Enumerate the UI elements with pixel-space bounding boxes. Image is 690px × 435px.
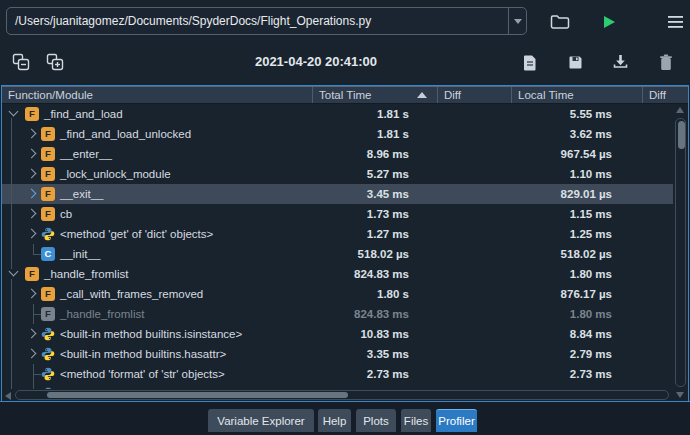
function-name: cb xyxy=(60,204,72,224)
script-path-value: /Users/juanitagomez/Documents/SpyderDocs… xyxy=(7,14,508,28)
column-header-total-time[interactable]: Total Time xyxy=(313,87,438,103)
function-icon: F xyxy=(41,287,55,301)
chevron-right-icon[interactable] xyxy=(27,129,37,139)
vertical-scrollbar[interactable] xyxy=(673,104,688,389)
chevron-right-icon[interactable] xyxy=(27,329,37,339)
tab-profiler[interactable]: Profiler xyxy=(436,409,477,432)
scroll-up-arrow-icon[interactable] xyxy=(676,107,684,113)
horizontal-scrollbar-track[interactable] xyxy=(15,390,669,400)
profiler-results-pane: Function/ModuleTotal TimeDiffLocal TimeD… xyxy=(1,85,689,402)
chevron-right-icon[interactable] xyxy=(27,229,37,239)
save-icon xyxy=(568,55,583,70)
profiler-tree: F_find_and_load1.81 s5.55 msF_find_and_l… xyxy=(2,104,673,389)
function-icon: F xyxy=(41,127,55,141)
total-time-value: 824.83 ms xyxy=(303,304,409,324)
download-icon xyxy=(613,54,628,70)
total-time-value: 8.96 ms xyxy=(303,144,409,164)
chevron-right-icon[interactable] xyxy=(27,149,37,159)
chevron-right-icon[interactable] xyxy=(27,209,37,219)
table-row[interactable]: F_call_with_frames_removed1.80 s876.17 µ… xyxy=(2,284,673,304)
table-row[interactable]: <built-in method builtins.isinstance>10.… xyxy=(2,324,673,344)
column-header-diff[interactable]: Diff xyxy=(643,87,688,103)
function-name: <method 'get' of 'dict' objects> xyxy=(60,224,213,244)
total-time-value: 1.27 ms xyxy=(303,224,409,244)
table-row[interactable]: F__enter__8.96 ms967.54 µs xyxy=(2,144,673,164)
clear-button[interactable] xyxy=(653,49,679,75)
chevron-right-icon[interactable] xyxy=(27,189,37,199)
function-icon: F xyxy=(41,187,55,201)
local-time-value: 876.17 µs xyxy=(502,284,612,304)
tab-plots[interactable]: Plots xyxy=(356,409,396,432)
function-icon: F xyxy=(41,147,55,161)
output-file-button[interactable] xyxy=(517,49,543,75)
scroll-down-arrow-icon[interactable] xyxy=(676,392,684,398)
function-icon: F xyxy=(41,307,55,321)
chevron-right-icon[interactable] xyxy=(27,169,37,179)
table-row[interactable]: Fcb1.73 ms1.15 ms xyxy=(2,204,673,224)
tree-branch-line xyxy=(33,314,41,315)
chevron-down-icon[interactable] xyxy=(9,267,19,277)
expand-all-icon xyxy=(46,53,64,71)
column-header-local-time[interactable]: Local Time xyxy=(512,87,643,103)
total-time-value: 824.83 ms xyxy=(303,264,409,284)
vertical-scrollbar-thumb[interactable] xyxy=(678,121,685,149)
expand-all-button[interactable] xyxy=(42,49,68,75)
python-icon xyxy=(41,367,55,381)
table-row[interactable]: F_lock_unlock_module5.27 ms1.10 ms xyxy=(2,164,673,184)
total-time-value: 5.27 ms xyxy=(303,164,409,184)
local-time-value: 2.79 ms xyxy=(502,344,612,364)
run-profiler-button[interactable] xyxy=(596,9,622,35)
tab-help[interactable]: Help xyxy=(318,409,351,432)
column-header-label: Function/Module xyxy=(8,89,93,101)
table-row[interactable]: F_handle_fromlist824.83 ms1.80 ms xyxy=(2,264,673,284)
table-row[interactable]: <method 'format' of 'str' objects>2.73 m… xyxy=(2,364,673,384)
tree-guide-line xyxy=(11,164,12,184)
scroll-left-arrow-icon[interactable] xyxy=(5,392,11,400)
browse-file-button[interactable] xyxy=(547,9,573,35)
collapse-all-button[interactable] xyxy=(8,49,34,75)
hamburger-menu-icon xyxy=(668,16,683,28)
column-header-label: Diff xyxy=(444,89,461,101)
chevron-right-icon[interactable] xyxy=(27,289,37,299)
function-name: <built-in method builtins.hasattr> xyxy=(60,344,226,364)
column-header-label: Total Time xyxy=(319,89,371,101)
document-icon xyxy=(523,54,537,71)
function-icon: F xyxy=(25,107,39,121)
table-row[interactable]: F_find_and_load1.81 s5.55 ms xyxy=(2,104,673,124)
function-name: _handle_fromlist xyxy=(44,264,128,284)
table-row[interactable]: F__exit__3.45 ms829.01 µs xyxy=(2,184,673,204)
tab-variable-explorer[interactable]: Variable Explorer xyxy=(208,409,314,432)
local-time-value: 1.25 ms xyxy=(502,224,612,244)
bottom-tab-bar: Variable ExplorerHelpPlotsFilesProfiler xyxy=(0,401,690,435)
total-time-value: 3.35 ms xyxy=(303,344,409,364)
column-header-diff[interactable]: Diff xyxy=(438,87,512,103)
table-row[interactable]: <built-in method builtins.hasattr>3.35 m… xyxy=(2,344,673,364)
function-icon: F xyxy=(41,167,55,181)
table-row[interactable]: C__init__518.02 µs518.02 µs xyxy=(2,244,673,264)
local-time-value: 1.15 ms xyxy=(502,204,612,224)
table-row[interactable]: F_find_and_load_unlocked1.81 s3.62 ms xyxy=(2,124,673,144)
function-name: _lock_unlock_module xyxy=(60,164,171,184)
table-row[interactable]: <method 'get' of 'dict' objects>1.27 ms1… xyxy=(2,224,673,244)
chevron-right-icon[interactable] xyxy=(27,349,37,359)
horizontal-scrollbar[interactable] xyxy=(2,389,673,401)
chevron-down-icon[interactable] xyxy=(9,107,19,117)
local-time-value: 518.02 µs xyxy=(502,244,612,264)
tab-files[interactable]: Files xyxy=(401,409,431,432)
table-row[interactable]: F_handle_fromlist824.83 ms1.80 ms xyxy=(2,304,673,324)
sort-ascending-icon xyxy=(417,92,427,98)
combobox-dropdown-button[interactable] xyxy=(508,8,526,34)
column-header-function-module[interactable]: Function/Module xyxy=(2,87,313,103)
load-data-button[interactable] xyxy=(607,49,633,75)
tree-guide-line xyxy=(11,124,12,144)
vertical-scrollbar-track[interactable] xyxy=(675,118,686,387)
tree-guide-line xyxy=(11,244,12,264)
folder-icon xyxy=(550,14,570,30)
script-path-combobox[interactable]: /Users/juanitagomez/Documents/SpyderDocs… xyxy=(6,7,527,35)
options-menu-button[interactable] xyxy=(662,9,688,35)
save-data-button[interactable] xyxy=(562,49,588,75)
total-time-value: 2.73 ms xyxy=(303,364,409,384)
horizontal-scrollbar-thumb[interactable] xyxy=(47,392,348,398)
tree-guide-line xyxy=(11,184,12,204)
chevron-down-icon xyxy=(514,19,522,24)
